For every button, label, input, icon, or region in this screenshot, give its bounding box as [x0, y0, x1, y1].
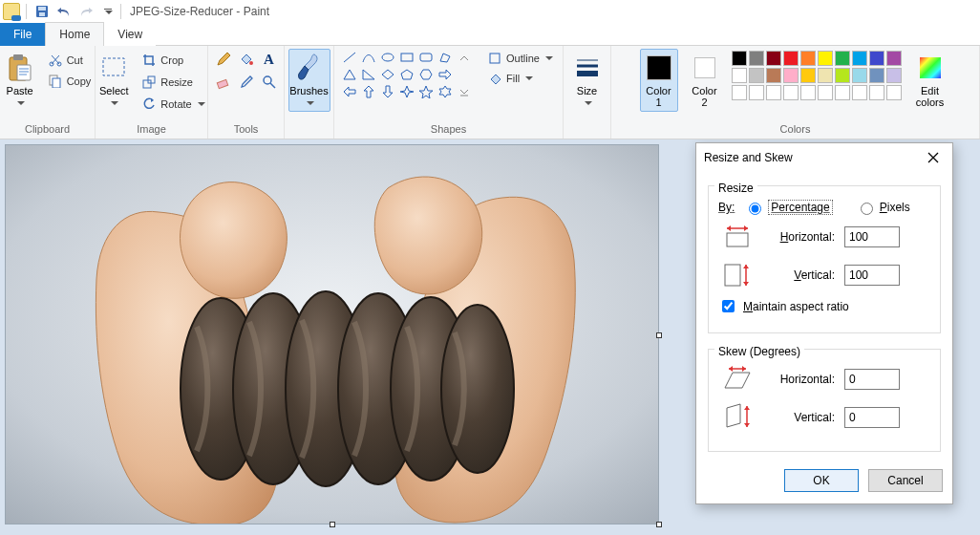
canvas[interactable]	[6, 145, 658, 524]
shape-curve-icon[interactable]	[359, 49, 378, 66]
shape-fill-button[interactable]: Fill	[483, 69, 557, 88]
skew-v-input[interactable]	[844, 407, 900, 428]
resize-v-input[interactable]	[844, 265, 900, 286]
shape-roundrect-icon[interactable]	[416, 49, 436, 66]
group-tools: A Tools	[208, 46, 285, 139]
color-swatch[interactable]	[818, 51, 833, 66]
color-swatch[interactable]	[818, 68, 833, 83]
cut-button[interactable]: Cut	[44, 51, 96, 70]
color-swatch[interactable]	[869, 51, 884, 66]
color-swatch[interactable]	[818, 85, 833, 100]
resize-handle-corner[interactable]	[656, 522, 662, 527]
color-swatch[interactable]	[886, 68, 902, 83]
shapes-gallery[interactable]	[340, 49, 474, 100]
color-swatch[interactable]	[749, 85, 764, 100]
magnifier-tool[interactable]	[259, 72, 280, 93]
color-swatch[interactable]	[886, 51, 902, 66]
palette-row3[interactable]	[732, 85, 902, 100]
pencil-tool[interactable]	[213, 49, 234, 70]
resize-handle-right[interactable]	[656, 332, 662, 338]
color-swatch[interactable]	[852, 51, 867, 66]
skew-h-input[interactable]	[844, 369, 900, 390]
palette-row1[interactable]	[732, 51, 902, 66]
color-swatch[interactable]	[852, 68, 867, 83]
palette-row2[interactable]	[732, 68, 902, 83]
shape-rect-icon[interactable]	[397, 49, 416, 66]
color-swatch[interactable]	[869, 68, 884, 83]
radio-pixels[interactable]: PPixelsixels	[856, 200, 910, 215]
color-swatch[interactable]	[783, 68, 799, 83]
shape-ribbon-scroll-up-icon[interactable]	[455, 49, 474, 66]
shape-pentagon-icon[interactable]	[397, 66, 416, 83]
color-picker-tool[interactable]	[236, 72, 257, 93]
shape-hexagon-icon[interactable]	[416, 66, 436, 83]
shape-oval-icon[interactable]	[378, 49, 397, 66]
copy-button[interactable]: Copy	[44, 72, 96, 91]
fill-tool[interactable]	[236, 49, 257, 70]
color-swatch[interactable]	[835, 51, 850, 66]
shape-triangle-icon[interactable]	[340, 66, 359, 83]
pixels-label: PPixelsixels	[880, 201, 910, 214]
eraser-tool[interactable]	[213, 72, 234, 93]
svg-marker-31	[420, 70, 432, 79]
undo-icon[interactable]	[54, 2, 74, 21]
color-swatch[interactable]	[886, 85, 902, 100]
shape-star6-icon[interactable]	[436, 83, 455, 100]
color-swatch[interactable]	[766, 51, 781, 66]
color-swatch[interactable]	[800, 85, 816, 100]
size-button[interactable]: Size	[567, 49, 607, 112]
ok-button[interactable]: OK	[784, 469, 859, 492]
resize-button[interactable]: Resize	[138, 73, 208, 92]
color2-button[interactable]: Color 2	[686, 49, 724, 112]
resize-handle-bottom[interactable]	[330, 522, 335, 527]
color-swatch[interactable]	[835, 68, 850, 83]
color-swatch[interactable]	[783, 51, 799, 66]
maintain-aspect-checkbox[interactable]: Maintain aspect ratio Maintain aspect ra…	[718, 297, 930, 315]
tab-file[interactable]: File	[0, 23, 45, 46]
color-swatch[interactable]	[800, 68, 816, 83]
shape-line-icon[interactable]	[340, 49, 359, 66]
redo-icon[interactable]	[76, 2, 96, 21]
color-swatch[interactable]	[800, 51, 816, 66]
color-swatch[interactable]	[732, 85, 747, 100]
shape-star4-icon[interactable]	[397, 83, 416, 100]
customize-qat-icon[interactable]	[98, 2, 117, 21]
tab-view[interactable]: View	[104, 23, 156, 46]
paste-button[interactable]: Paste	[0, 49, 40, 112]
shape-rtriangle-icon[interactable]	[359, 66, 378, 83]
shape-outline-button[interactable]: Outline	[483, 49, 557, 68]
select-button[interactable]: Select	[94, 49, 134, 112]
color-swatch[interactable]	[749, 68, 764, 83]
radio-percentage[interactable]: Percentage	[744, 200, 832, 215]
edit-colors-button[interactable]: Edit colors	[909, 49, 951, 112]
color-swatch[interactable]	[852, 85, 867, 100]
resize-h-input[interactable]	[844, 226, 900, 247]
shape-arrow-left-icon[interactable]	[340, 83, 359, 100]
color-swatch[interactable]	[835, 85, 850, 100]
shape-diamond-icon[interactable]	[378, 66, 397, 83]
text-tool[interactable]: A	[259, 49, 280, 70]
color-swatch[interactable]	[783, 85, 799, 100]
color-swatch[interactable]	[766, 68, 781, 83]
shape-star5-icon[interactable]	[416, 83, 436, 100]
cancel-button[interactable]: Cancel	[868, 469, 943, 492]
crop-button[interactable]: Crop	[138, 51, 208, 70]
dialog-close-button[interactable]	[922, 149, 945, 166]
color-swatch[interactable]	[869, 85, 884, 100]
group-shapes: Outline Fill Shapes	[334, 46, 564, 139]
crop-icon	[141, 53, 157, 68]
color-swatch[interactable]	[732, 68, 747, 83]
save-icon[interactable]	[32, 2, 52, 21]
color-swatch[interactable]	[732, 51, 747, 66]
tab-home[interactable]: Home	[45, 22, 104, 46]
shape-arrow-up-icon[interactable]	[359, 83, 378, 100]
shape-arrow-down-icon[interactable]	[378, 83, 397, 100]
shape-polygon-icon[interactable]	[436, 49, 455, 66]
color-swatch[interactable]	[749, 51, 764, 66]
color1-button[interactable]: Color 1	[640, 49, 678, 112]
brushes-button[interactable]: Brushes	[288, 49, 330, 112]
shape-arrow-right-icon[interactable]	[436, 66, 455, 83]
shape-ribbon-scroll-down-icon[interactable]	[455, 83, 474, 100]
rotate-button[interactable]: Rotate	[138, 95, 208, 114]
color-swatch[interactable]	[766, 85, 781, 100]
